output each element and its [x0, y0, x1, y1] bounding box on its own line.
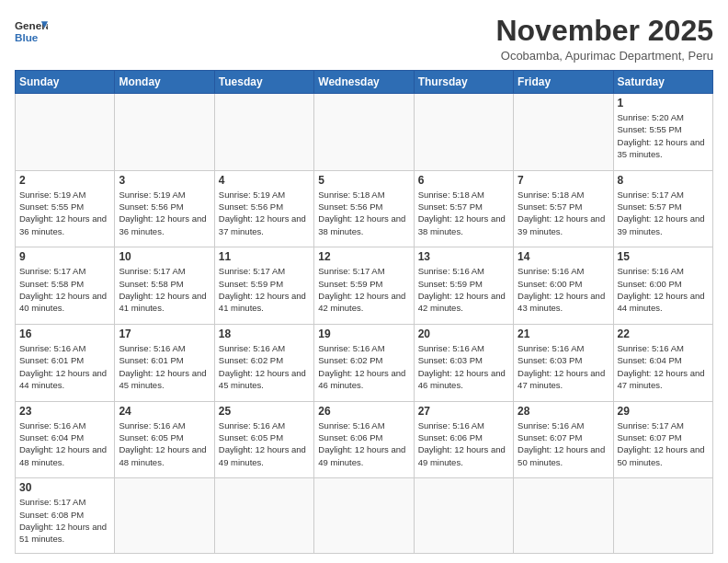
day-number: 14 [518, 250, 609, 263]
location-subtitle: Ocobamba, Apurimac Department, Peru [495, 49, 713, 63]
col-monday: Monday [115, 71, 214, 94]
day-number: 21 [518, 327, 609, 340]
table-row: 14Sunrise: 5:16 AM Sunset: 6:00 PM Dayli… [514, 247, 613, 325]
day-number: 24 [119, 405, 210, 418]
day-number: 10 [119, 250, 210, 263]
table-row [115, 478, 214, 554]
calendar-table: Sunday Monday Tuesday Wednesday Thursday… [15, 70, 713, 554]
day-info: Sunrise: 5:16 AM Sunset: 6:00 PM Dayligh… [518, 265, 609, 314]
day-number: 17 [119, 327, 210, 340]
day-number: 16 [19, 327, 110, 340]
calendar-week-row: 30Sunrise: 5:17 AM Sunset: 6:08 PM Dayli… [16, 478, 713, 554]
day-info: Sunrise: 5:16 AM Sunset: 6:05 PM Dayligh… [119, 419, 210, 468]
day-number: 26 [318, 405, 409, 418]
table-row: 22Sunrise: 5:16 AM Sunset: 6:04 PM Dayli… [613, 325, 712, 402]
table-row: 29Sunrise: 5:17 AM Sunset: 6:07 PM Dayli… [613, 401, 712, 478]
day-number: 22 [618, 327, 709, 340]
table-row: 6Sunrise: 5:18 AM Sunset: 5:57 PM Daylig… [414, 170, 513, 247]
logo: General Blue [15, 15, 48, 48]
day-info: Sunrise: 5:16 AM Sunset: 6:03 PM Dayligh… [418, 342, 509, 391]
table-row [514, 478, 613, 554]
day-info: Sunrise: 5:17 AM Sunset: 5:59 PM Dayligh… [219, 265, 310, 314]
table-row: 3Sunrise: 5:19 AM Sunset: 5:56 PM Daylig… [115, 170, 214, 247]
day-info: Sunrise: 5:16 AM Sunset: 6:05 PM Dayligh… [219, 419, 310, 468]
day-info: Sunrise: 5:16 AM Sunset: 6:00 PM Dayligh… [618, 265, 709, 314]
day-info: Sunrise: 5:18 AM Sunset: 5:56 PM Dayligh… [318, 189, 409, 237]
svg-text:General: General [15, 19, 48, 31]
table-row: 5Sunrise: 5:18 AM Sunset: 5:56 PM Daylig… [314, 170, 414, 247]
table-row [613, 478, 712, 554]
day-info: Sunrise: 5:16 AM Sunset: 6:02 PM Dayligh… [318, 342, 409, 391]
day-number: 19 [318, 327, 409, 340]
table-row [214, 478, 313, 554]
table-row: 9Sunrise: 5:17 AM Sunset: 5:58 PM Daylig… [16, 247, 115, 325]
day-number: 5 [318, 174, 409, 187]
table-row: 30Sunrise: 5:17 AM Sunset: 6:08 PM Dayli… [16, 478, 115, 554]
table-row: 23Sunrise: 5:16 AM Sunset: 6:04 PM Dayli… [16, 401, 115, 478]
table-row: 19Sunrise: 5:16 AM Sunset: 6:02 PM Dayli… [314, 325, 414, 402]
svg-text:Blue: Blue [15, 31, 39, 43]
table-row [214, 94, 313, 171]
day-number: 8 [618, 174, 709, 187]
day-info: Sunrise: 5:16 AM Sunset: 6:01 PM Dayligh… [119, 342, 210, 391]
day-number: 9 [19, 250, 110, 263]
calendar-header-row: Sunday Monday Tuesday Wednesday Thursday… [16, 71, 713, 94]
calendar-week-row: 23Sunrise: 5:16 AM Sunset: 6:04 PM Dayli… [16, 401, 713, 478]
day-info: Sunrise: 5:19 AM Sunset: 5:55 PM Dayligh… [19, 189, 110, 237]
table-row: 17Sunrise: 5:16 AM Sunset: 6:01 PM Dayli… [115, 325, 214, 402]
month-title: November 2025 [495, 15, 713, 47]
day-number: 11 [219, 250, 310, 263]
table-row [16, 94, 115, 171]
table-row: 18Sunrise: 5:16 AM Sunset: 6:02 PM Dayli… [214, 325, 313, 402]
table-row: 8Sunrise: 5:17 AM Sunset: 5:57 PM Daylig… [613, 170, 712, 247]
day-number: 2 [19, 174, 110, 187]
day-number: 28 [518, 405, 609, 418]
calendar-week-row: 16Sunrise: 5:16 AM Sunset: 6:01 PM Dayli… [16, 325, 713, 402]
day-number: 6 [418, 174, 509, 187]
day-info: Sunrise: 5:16 AM Sunset: 6:02 PM Dayligh… [219, 342, 310, 391]
day-number: 1 [618, 97, 709, 109]
table-row: 24Sunrise: 5:16 AM Sunset: 6:05 PM Dayli… [115, 401, 214, 478]
table-row: 12Sunrise: 5:17 AM Sunset: 5:59 PM Dayli… [314, 247, 414, 325]
day-info: Sunrise: 5:16 AM Sunset: 6:06 PM Dayligh… [418, 419, 509, 468]
day-info: Sunrise: 5:20 AM Sunset: 5:55 PM Dayligh… [618, 111, 709, 160]
day-number: 23 [19, 405, 110, 418]
col-wednesday: Wednesday [314, 71, 414, 94]
day-number: 4 [219, 174, 310, 187]
col-saturday: Saturday [613, 71, 712, 94]
day-info: Sunrise: 5:17 AM Sunset: 5:57 PM Dayligh… [618, 189, 709, 237]
col-thursday: Thursday [414, 71, 513, 94]
calendar-week-row: 9Sunrise: 5:17 AM Sunset: 5:58 PM Daylig… [16, 247, 713, 325]
day-number: 7 [518, 174, 609, 187]
table-row: 2Sunrise: 5:19 AM Sunset: 5:55 PM Daylig… [16, 170, 115, 247]
page: General Blue November 2025 Ocobamba, Apu… [0, 0, 728, 563]
table-row: 21Sunrise: 5:16 AM Sunset: 6:03 PM Dayli… [514, 325, 613, 402]
day-number: 3 [119, 174, 210, 187]
title-block: November 2025 Ocobamba, Apurimac Departm… [495, 15, 713, 63]
col-sunday: Sunday [16, 71, 115, 94]
table-row [314, 94, 414, 171]
table-row: 4Sunrise: 5:19 AM Sunset: 5:56 PM Daylig… [214, 170, 313, 247]
day-number: 29 [618, 405, 709, 418]
table-row: 28Sunrise: 5:16 AM Sunset: 6:07 PM Dayli… [514, 401, 613, 478]
day-info: Sunrise: 5:16 AM Sunset: 6:04 PM Dayligh… [19, 419, 110, 468]
table-row: 16Sunrise: 5:16 AM Sunset: 6:01 PM Dayli… [16, 325, 115, 402]
day-info: Sunrise: 5:17 AM Sunset: 5:58 PM Dayligh… [119, 265, 210, 314]
table-row: 15Sunrise: 5:16 AM Sunset: 6:00 PM Dayli… [613, 247, 712, 325]
day-number: 25 [219, 405, 310, 418]
table-row [514, 94, 613, 171]
table-row: 7Sunrise: 5:18 AM Sunset: 5:57 PM Daylig… [514, 170, 613, 247]
header: General Blue November 2025 Ocobamba, Apu… [15, 15, 713, 63]
table-row: 25Sunrise: 5:16 AM Sunset: 6:05 PM Dayli… [214, 401, 313, 478]
day-number: 18 [219, 327, 310, 340]
generalblue-logo-icon: General Blue [15, 15, 48, 48]
day-info: Sunrise: 5:17 AM Sunset: 5:58 PM Dayligh… [19, 265, 110, 314]
day-info: Sunrise: 5:19 AM Sunset: 5:56 PM Dayligh… [119, 189, 210, 237]
day-info: Sunrise: 5:17 AM Sunset: 5:59 PM Dayligh… [318, 265, 409, 314]
day-number: 13 [418, 250, 509, 263]
day-info: Sunrise: 5:17 AM Sunset: 6:08 PM Dayligh… [19, 496, 110, 545]
col-tuesday: Tuesday [214, 71, 313, 94]
day-info: Sunrise: 5:18 AM Sunset: 5:57 PM Dayligh… [418, 189, 509, 237]
table-row: 10Sunrise: 5:17 AM Sunset: 5:58 PM Dayli… [115, 247, 214, 325]
table-row [414, 94, 513, 171]
